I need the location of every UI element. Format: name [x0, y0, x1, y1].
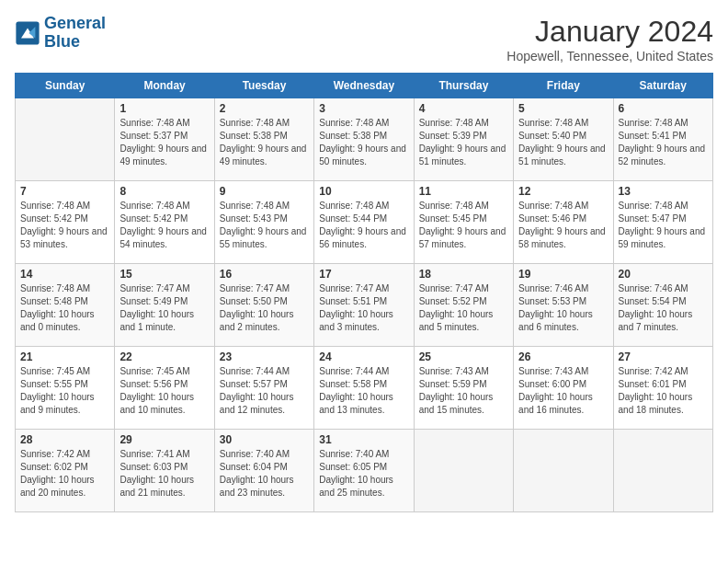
calendar-cell — [613, 430, 712, 512]
day-info: Sunrise: 7:48 AMSunset: 5:38 PMDaylight:… — [220, 117, 309, 168]
day-info: Sunrise: 7:43 AMSunset: 6:00 PMDaylight:… — [518, 365, 608, 417]
day-number: 12 — [518, 185, 608, 198]
day-number: 30 — [220, 433, 309, 446]
day-number: 8 — [119, 185, 209, 198]
day-info: Sunrise: 7:41 AMSunset: 6:03 PMDaylight:… — [119, 448, 209, 500]
day-info: Sunrise: 7:40 AMSunset: 6:04 PMDaylight:… — [220, 448, 309, 500]
title-block: January 2024 Hopewell, Tennessee, United… — [506, 15, 713, 63]
logo-text: General Blue — [44, 15, 106, 52]
day-info: Sunrise: 7:48 AMSunset: 5:45 PMDaylight:… — [419, 200, 508, 251]
day-number: 4 — [419, 102, 508, 115]
calendar-week-row: 21Sunrise: 7:45 AMSunset: 5:55 PMDayligh… — [16, 347, 713, 430]
logo-line1: General — [44, 14, 106, 32]
day-info: Sunrise: 7:43 AMSunset: 5:59 PMDaylight:… — [419, 365, 508, 417]
day-number: 24 — [319, 350, 408, 363]
day-info: Sunrise: 7:44 AMSunset: 5:57 PMDaylight:… — [220, 365, 309, 417]
calendar-cell: 4Sunrise: 7:48 AMSunset: 5:39 PMDaylight… — [414, 98, 513, 181]
calendar-cell: 30Sunrise: 7:40 AMSunset: 6:04 PMDayligh… — [214, 430, 313, 512]
day-number: 2 — [220, 102, 309, 115]
calendar-cell: 28Sunrise: 7:42 AMSunset: 6:02 PMDayligh… — [16, 430, 115, 512]
page-header: General Blue January 2024 Hopewell, Tenn… — [15, 15, 713, 63]
day-info: Sunrise: 7:47 AMSunset: 5:52 PMDaylight:… — [419, 282, 508, 334]
calendar-cell: 31Sunrise: 7:40 AMSunset: 6:05 PMDayligh… — [314, 430, 414, 512]
day-info: Sunrise: 7:40 AMSunset: 6:05 PMDaylight:… — [319, 448, 408, 500]
day-number: 27 — [619, 350, 708, 363]
day-number: 15 — [119, 268, 209, 281]
day-info: Sunrise: 7:48 AMSunset: 5:48 PMDaylight:… — [20, 282, 109, 334]
day-number: 6 — [619, 102, 708, 115]
day-info: Sunrise: 7:48 AMSunset: 5:40 PMDaylight:… — [518, 117, 608, 168]
calendar-cell: 24Sunrise: 7:44 AMSunset: 5:58 PMDayligh… — [314, 347, 414, 430]
calendar-week-row: 1Sunrise: 7:48 AMSunset: 5:37 PMDaylight… — [16, 98, 713, 181]
logo-line2: Blue — [44, 32, 80, 51]
calendar-cell: 1Sunrise: 7:48 AMSunset: 5:37 PMDaylight… — [115, 98, 214, 181]
day-info: Sunrise: 7:42 AMSunset: 6:02 PMDaylight:… — [20, 448, 109, 500]
calendar-cell: 21Sunrise: 7:45 AMSunset: 5:55 PMDayligh… — [16, 347, 115, 430]
month-title: January 2024 — [506, 15, 713, 49]
calendar-cell: 7Sunrise: 7:48 AMSunset: 5:42 PMDaylight… — [16, 181, 115, 264]
weekday-header: Friday — [514, 74, 613, 98]
weekday-header: Saturday — [613, 74, 712, 98]
day-info: Sunrise: 7:45 AMSunset: 5:55 PMDaylight:… — [20, 365, 109, 417]
day-number: 18 — [419, 268, 508, 281]
calendar-cell: 29Sunrise: 7:41 AMSunset: 6:03 PMDayligh… — [115, 430, 214, 512]
day-number: 19 — [518, 268, 608, 281]
day-number: 17 — [319, 268, 408, 281]
calendar-cell — [414, 430, 513, 512]
day-number: 31 — [319, 433, 408, 446]
calendar-table: SundayMondayTuesdayWednesdayThursdayFrid… — [15, 73, 713, 512]
day-info: Sunrise: 7:42 AMSunset: 6:01 PMDaylight:… — [619, 365, 708, 417]
calendar-week-row: 28Sunrise: 7:42 AMSunset: 6:02 PMDayligh… — [16, 430, 713, 512]
weekday-header: Sunday — [16, 74, 115, 98]
day-info: Sunrise: 7:47 AMSunset: 5:51 PMDaylight:… — [319, 282, 408, 334]
weekday-header: Wednesday — [314, 74, 414, 98]
day-number: 10 — [319, 185, 408, 198]
calendar-cell: 14Sunrise: 7:48 AMSunset: 5:48 PMDayligh… — [16, 264, 115, 347]
day-number: 1 — [119, 102, 209, 115]
location: Hopewell, Tennessee, United States — [506, 49, 713, 63]
day-number: 7 — [20, 185, 109, 198]
day-info: Sunrise: 7:46 AMSunset: 5:54 PMDaylight:… — [619, 282, 708, 334]
day-number: 20 — [619, 268, 708, 281]
day-number: 22 — [119, 350, 209, 363]
day-info: Sunrise: 7:48 AMSunset: 5:42 PMDaylight:… — [20, 200, 109, 251]
weekday-header-row: SundayMondayTuesdayWednesdayThursdayFrid… — [16, 74, 713, 98]
day-info: Sunrise: 7:48 AMSunset: 5:46 PMDaylight:… — [518, 200, 608, 251]
weekday-header: Monday — [115, 74, 214, 98]
day-number: 21 — [20, 350, 109, 363]
calendar-cell: 23Sunrise: 7:44 AMSunset: 5:57 PMDayligh… — [214, 347, 313, 430]
calendar-cell: 3Sunrise: 7:48 AMSunset: 5:38 PMDaylight… — [314, 98, 414, 181]
day-info: Sunrise: 7:48 AMSunset: 5:42 PMDaylight:… — [119, 200, 209, 251]
calendar-cell: 20Sunrise: 7:46 AMSunset: 5:54 PMDayligh… — [613, 264, 712, 347]
day-info: Sunrise: 7:48 AMSunset: 5:37 PMDaylight:… — [119, 117, 209, 168]
day-number: 26 — [518, 350, 608, 363]
calendar-cell: 18Sunrise: 7:47 AMSunset: 5:52 PMDayligh… — [414, 264, 513, 347]
calendar-cell: 16Sunrise: 7:47 AMSunset: 5:50 PMDayligh… — [214, 264, 313, 347]
calendar-cell: 9Sunrise: 7:48 AMSunset: 5:43 PMDaylight… — [214, 181, 313, 264]
calendar-cell: 2Sunrise: 7:48 AMSunset: 5:38 PMDaylight… — [214, 98, 313, 181]
calendar-cell: 11Sunrise: 7:48 AMSunset: 5:45 PMDayligh… — [414, 181, 513, 264]
weekday-header: Tuesday — [214, 74, 313, 98]
calendar-cell — [514, 430, 613, 512]
day-number: 16 — [220, 268, 309, 281]
day-info: Sunrise: 7:46 AMSunset: 5:53 PMDaylight:… — [518, 282, 608, 334]
day-number: 13 — [619, 185, 708, 198]
calendar-week-row: 7Sunrise: 7:48 AMSunset: 5:42 PMDaylight… — [16, 181, 713, 264]
calendar-cell: 15Sunrise: 7:47 AMSunset: 5:49 PMDayligh… — [115, 264, 214, 347]
calendar-cell: 22Sunrise: 7:45 AMSunset: 5:56 PMDayligh… — [115, 347, 214, 430]
day-number: 25 — [419, 350, 508, 363]
day-info: Sunrise: 7:48 AMSunset: 5:41 PMDaylight:… — [619, 117, 708, 168]
day-number: 9 — [220, 185, 309, 198]
day-number: 3 — [319, 102, 408, 115]
logo: General Blue — [15, 15, 106, 52]
day-number: 23 — [220, 350, 309, 363]
calendar-cell: 12Sunrise: 7:48 AMSunset: 5:46 PMDayligh… — [514, 181, 613, 264]
calendar-cell: 25Sunrise: 7:43 AMSunset: 5:59 PMDayligh… — [414, 347, 513, 430]
day-info: Sunrise: 7:48 AMSunset: 5:43 PMDaylight:… — [220, 200, 309, 251]
calendar-cell: 10Sunrise: 7:48 AMSunset: 5:44 PMDayligh… — [314, 181, 414, 264]
day-number: 5 — [518, 102, 608, 115]
calendar-cell: 6Sunrise: 7:48 AMSunset: 5:41 PMDaylight… — [613, 98, 712, 181]
day-info: Sunrise: 7:47 AMSunset: 5:50 PMDaylight:… — [220, 282, 309, 334]
calendar-cell: 17Sunrise: 7:47 AMSunset: 5:51 PMDayligh… — [314, 264, 414, 347]
day-info: Sunrise: 7:45 AMSunset: 5:56 PMDaylight:… — [119, 365, 209, 417]
